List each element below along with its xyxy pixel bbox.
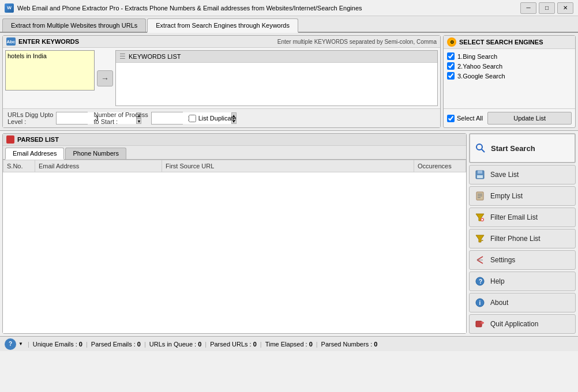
filter-phone-icon <box>474 233 486 244</box>
list-icon: ☰ <box>119 52 126 61</box>
col-email: Email Address <box>35 160 162 172</box>
yahoo-engine-item[interactable]: 2.Yahoo Search <box>447 62 572 70</box>
keywords-list-body <box>116 63 437 105</box>
keywords-body: hotels in India → ☰ KEYWORDS LIST <box>3 48 440 108</box>
parsed-urls-value: 0 <box>253 341 257 348</box>
empty-list-button[interactable]: Empty List <box>469 186 576 206</box>
unique-emails-status: Unique Emails : 0 <box>33 341 82 348</box>
bing-label: 1.Bing Search <box>457 53 497 60</box>
urls-digg-group: URLs Digg UptoLevel : ▲ ▼ <box>7 111 88 125</box>
svg-rect-5 <box>477 175 483 178</box>
svg-rect-23 <box>476 321 482 327</box>
engine-header: ⚙ SELECT SEARCH ENGINES <box>444 36 575 49</box>
add-keyword-button[interactable]: → <box>97 70 113 86</box>
google-engine-item[interactable]: 3.Google Search <box>447 72 572 80</box>
svg-marker-14 <box>476 235 484 242</box>
keywords-hint: Enter multiple KEYWORDS separated by Sem… <box>277 39 437 45</box>
empty-icon <box>474 190 486 202</box>
title-bar-left: W Web Email and Phone Extractor Pro - Ex… <box>5 3 362 13</box>
time-elapsed-status: Time Elapsed : 0 <box>265 341 313 348</box>
keywords-list-header: ☰ KEYWORDS LIST <box>116 51 437 63</box>
empty-list-label: Empty List <box>490 192 523 200</box>
start-search-label: Start Search <box>491 144 535 153</box>
settings-label: Settings <box>490 256 515 264</box>
bing-checkbox[interactable] <box>447 52 455 60</box>
keywords-header: Abc ENTER KEYWORDS Enter multiple KEYWOR… <box>3 36 440 48</box>
status-arrow[interactable]: ▼ <box>17 340 24 348</box>
parsed-icon <box>6 135 14 144</box>
app-icon: W <box>5 3 14 13</box>
parsed-panel: PARSED LIST Email Addreses Phone Numbers… <box>2 133 467 334</box>
svg-rect-4 <box>478 171 482 174</box>
tab-email-addresses[interactable]: Email Addreses <box>5 148 64 160</box>
parsed-emails-value: 0 <box>137 341 141 348</box>
help-button[interactable]: ? Help <box>469 272 576 291</box>
select-all-text: Select All <box>457 115 483 122</box>
parsed-header: PARSED LIST <box>3 134 466 146</box>
table-container: S.No. Email Address First Source URL Occ… <box>3 160 466 333</box>
status-help-button[interactable]: ? <box>5 338 16 350</box>
col-url: First Source URL <box>162 160 414 172</box>
save-list-label: Save List <box>490 171 519 179</box>
help-label: Help <box>490 277 505 285</box>
select-all-label[interactable]: Select All <box>447 115 483 122</box>
svg-rect-9 <box>478 197 481 198</box>
svg-rect-7 <box>478 194 482 195</box>
google-label: 3.Google Search <box>457 73 505 80</box>
settings-button[interactable]: Settings <box>469 250 576 270</box>
svg-line-2 <box>482 149 485 152</box>
engine-list: 1.Bing Search 2.Yahoo Search 3.Google Se… <box>444 49 575 108</box>
parsed-emails-label: Parsed Emails : <box>91 341 136 348</box>
urls-digg-spinner[interactable]: ▲ ▼ <box>56 112 88 125</box>
svg-line-17 <box>477 260 483 263</box>
process-spinner[interactable]: ▲ ▼ <box>151 112 183 125</box>
quit-button[interactable]: Quit Application <box>469 314 576 334</box>
maximize-button[interactable]: □ <box>539 2 555 14</box>
start-search-button[interactable]: Start Search <box>469 133 576 163</box>
filter-phone-label: Filter Phone List <box>490 235 541 243</box>
keywords-panel: Abc ENTER KEYWORDS Enter multiple KEYWOR… <box>2 35 441 128</box>
title-bar: W Web Email and Phone Extractor Pro - Ex… <box>0 0 578 16</box>
quit-label: Quit Application <box>490 320 538 328</box>
list-duplicate-checkbox-label[interactable]: List Duplicate <box>189 115 237 122</box>
about-label: About <box>490 299 508 307</box>
engine-title: SELECT SEARCH ENGINES <box>459 39 543 46</box>
svg-point-0 <box>8 137 13 142</box>
tab-phone-numbers[interactable]: Phone Numbers <box>65 148 126 159</box>
tab-search-engines[interactable]: Extract from Search Engines through Keyw… <box>147 18 298 33</box>
save-list-button[interactable]: Save List <box>469 165 576 184</box>
list-duplicate-label: List Duplicate <box>198 115 237 122</box>
yahoo-label: 2.Yahoo Search <box>457 63 502 70</box>
minimize-button[interactable]: ─ <box>520 2 536 14</box>
select-all-checkbox[interactable] <box>447 115 455 122</box>
col-sno: S.No. <box>3 160 35 172</box>
svg-text:?: ? <box>479 278 482 285</box>
yahoo-checkbox[interactable] <box>447 62 455 70</box>
keywords-list-panel: ☰ KEYWORDS LIST <box>115 50 438 106</box>
google-checkbox[interactable] <box>447 72 455 80</box>
filter-email-button[interactable]: Filter Email List <box>469 208 576 227</box>
filter-email-icon <box>474 212 486 223</box>
quit-icon <box>474 318 486 330</box>
svg-point-1 <box>476 144 482 150</box>
keyword-input[interactable]: hotels in India <box>5 50 95 91</box>
engine-icon: ⚙ <box>447 37 456 47</box>
parsed-numbers-label: Parsed Numbers : <box>321 341 373 348</box>
filter-phone-button[interactable]: Filter Phone List <box>469 229 576 248</box>
about-icon: i <box>474 297 486 308</box>
bing-engine-item[interactable]: 1.Bing Search <box>447 52 572 60</box>
svg-line-16 <box>477 257 483 260</box>
urls-digg-label: URLs Digg UptoLevel : <box>7 111 53 125</box>
svg-marker-25 <box>482 321 484 325</box>
process-group: Number of Processto Start : ▲ ▼ <box>93 111 182 125</box>
list-duplicate-checkbox[interactable] <box>189 115 196 122</box>
about-button[interactable]: i About <box>469 293 576 312</box>
tab-multiple-websites[interactable]: Extract from Multiple Websites through U… <box>2 18 146 32</box>
close-button[interactable]: ✕ <box>557 2 573 14</box>
save-icon <box>474 169 486 180</box>
search-icon <box>475 142 486 154</box>
keywords-list-title: KEYWORDS LIST <box>129 53 181 60</box>
keywords-title: ENTER KEYWORDS <box>18 38 79 45</box>
update-list-button[interactable]: Update List <box>487 112 572 125</box>
top-panel: Abc ENTER KEYWORDS Enter multiple KEYWOR… <box>0 33 578 131</box>
